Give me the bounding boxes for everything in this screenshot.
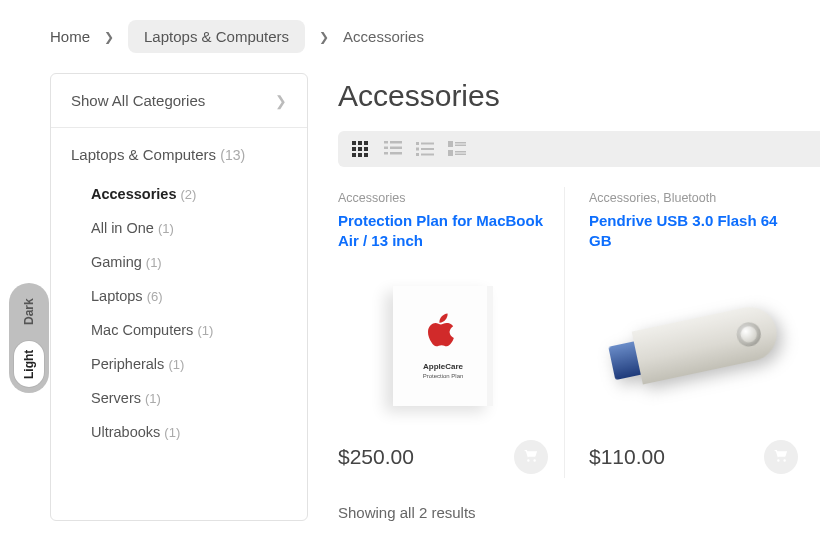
main-content: Accessories Accessories Protection Plan … (338, 73, 820, 521)
svg-rect-12 (390, 147, 402, 150)
svg-rect-15 (416, 142, 419, 145)
svg-rect-21 (448, 141, 453, 147)
svg-rect-2 (364, 141, 368, 145)
cart-icon (524, 448, 539, 466)
breadcrumb: Home ❯ Laptops & Computers ❯ Accessories (0, 0, 820, 73)
product-title[interactable]: Pendrive USB 3.0 Flash 64 GB (589, 211, 798, 252)
sidebar-item-count: (1) (146, 255, 162, 270)
svg-rect-17 (416, 148, 419, 151)
sidebar-item-ultrabooks[interactable]: Ultrabooks (1) (51, 415, 307, 449)
parent-category-count: (13) (220, 147, 245, 163)
svg-rect-9 (384, 141, 388, 144)
sidebar-item-peripherals[interactable]: Peripherals (1) (51, 347, 307, 381)
add-to-cart-button[interactable] (764, 440, 798, 474)
sidebar-item-maccomputers[interactable]: Mac Computers (1) (51, 313, 307, 347)
sidebar-item-accessories[interactable]: Accessories (2) (51, 177, 307, 211)
parent-category[interactable]: Laptops & Computers (13) (51, 128, 307, 171)
chevron-right-icon: ❯ (319, 30, 329, 44)
product-price: $250.00 (338, 445, 414, 469)
product-card[interactable]: Accessories, Bluetooth Pendrive USB 3.0 … (564, 187, 798, 478)
svg-rect-1 (358, 141, 362, 145)
list-small-icon[interactable] (416, 141, 434, 157)
product-category: Accessories, Bluetooth (589, 191, 798, 205)
chevron-right-icon: ❯ (104, 30, 114, 44)
product-card[interactable]: Accessories Protection Plan for MacBook … (338, 187, 548, 478)
svg-rect-18 (421, 148, 434, 150)
product-category: Accessories (338, 191, 548, 205)
results-count: Showing all 2 results (338, 504, 820, 521)
add-to-cart-button[interactable] (514, 440, 548, 474)
sidebar-item-count: (1) (168, 357, 184, 372)
svg-rect-0 (352, 141, 356, 145)
sidebar-item-label: Ultrabooks (91, 424, 160, 440)
svg-rect-8 (364, 153, 368, 157)
svg-rect-22 (455, 142, 466, 144)
sidebar-item-label: Gaming (91, 254, 142, 270)
product-title[interactable]: Protection Plan for MacBook Air / 13 inc… (338, 211, 548, 252)
chevron-right-icon: ❯ (275, 93, 287, 109)
sidebar-item-count: (1) (197, 323, 213, 338)
breadcrumb-current: Accessories (343, 28, 424, 45)
product-grid: Accessories Protection Plan for MacBook … (338, 187, 820, 478)
sidebar-item-label: Accessories (91, 186, 176, 202)
svg-rect-25 (455, 151, 466, 153)
svg-rect-14 (390, 152, 402, 155)
product-image (589, 266, 798, 426)
product-price: $110.00 (589, 445, 665, 469)
svg-rect-4 (358, 147, 362, 151)
sidebar-item-label: All in One (91, 220, 154, 236)
svg-rect-24 (448, 150, 453, 156)
theme-light-option[interactable]: Light (14, 341, 44, 387)
show-all-categories[interactable]: Show All Categories ❯ (51, 74, 307, 128)
svg-rect-6 (352, 153, 356, 157)
show-all-label: Show All Categories (71, 92, 205, 109)
sidebar-item-label: Laptops (91, 288, 143, 304)
list-large-icon[interactable] (448, 141, 466, 157)
sidebar-item-count: (1) (158, 221, 174, 236)
applecare-box-icon: AppleCare Protection Plan (393, 286, 493, 406)
sidebar-item-count: (1) (164, 425, 180, 440)
sidebar-item-label: Peripherals (91, 356, 164, 372)
sidebar-item-count: (6) (147, 289, 163, 304)
category-sidebar: Show All Categories ❯ Laptops & Computer… (50, 73, 308, 521)
svg-rect-10 (390, 141, 402, 144)
sidebar-item-count: (2) (180, 187, 196, 202)
pendrive-icon (605, 299, 782, 393)
breadcrumb-home[interactable]: Home (50, 28, 90, 45)
svg-rect-20 (421, 154, 434, 156)
svg-rect-7 (358, 153, 362, 157)
breadcrumb-parent[interactable]: Laptops & Computers (128, 20, 305, 53)
svg-rect-3 (352, 147, 356, 151)
svg-rect-19 (416, 153, 419, 156)
sidebar-item-allinone[interactable]: All in One (1) (51, 211, 307, 245)
page-title: Accessories (338, 79, 820, 113)
applecare-sub: Protection Plan (423, 373, 464, 379)
svg-rect-23 (455, 145, 466, 147)
sidebar-item-label: Servers (91, 390, 141, 406)
sidebar-item-servers[interactable]: Servers (1) (51, 381, 307, 415)
cart-icon (774, 448, 789, 466)
sidebar-item-gaming[interactable]: Gaming (1) (51, 245, 307, 279)
grid-small-icon[interactable] (352, 141, 370, 157)
sidebar-item-label: Mac Computers (91, 322, 193, 338)
svg-rect-11 (384, 147, 388, 150)
product-image: AppleCare Protection Plan (338, 266, 548, 426)
svg-rect-5 (364, 147, 368, 151)
subcategory-list: Accessories (2) All in One (1) Gaming (1… (51, 171, 307, 463)
apple-logo-icon (425, 312, 461, 356)
applecare-label: AppleCare (423, 362, 463, 371)
theme-dark-option[interactable]: Dark (14, 289, 44, 335)
parent-category-label: Laptops & Computers (71, 146, 216, 163)
svg-rect-16 (421, 143, 434, 145)
grid-large-icon[interactable] (384, 141, 402, 157)
svg-rect-13 (384, 152, 388, 155)
sidebar-item-count: (1) (145, 391, 161, 406)
theme-toggle[interactable]: Dark Light (9, 283, 49, 393)
view-toolbar (338, 131, 820, 167)
sidebar-item-laptops[interactable]: Laptops (6) (51, 279, 307, 313)
svg-rect-26 (455, 154, 466, 156)
